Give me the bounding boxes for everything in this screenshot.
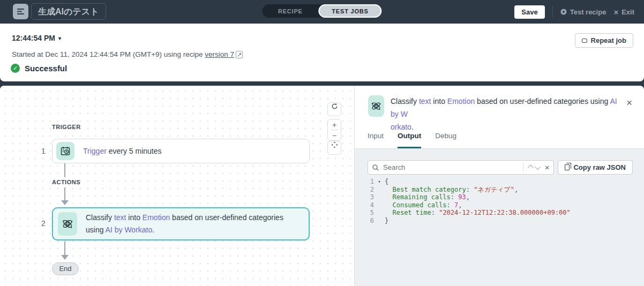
recipe-canvas: TRIGGER 1 Trigger every 5 minutes ACTION… bbox=[0, 86, 355, 286]
tab-debug[interactable]: Debug bbox=[435, 132, 456, 148]
job-started-line: Started at Dec 11, 2024 12:44:54 PM (GMT… bbox=[12, 50, 243, 58]
chevron-up-icon[interactable] bbox=[527, 164, 533, 170]
trigger-step-card[interactable]: Trigger every 5 minutes bbox=[52, 139, 310, 163]
classify-step-card[interactable]: AI Classify text into Emotion based on u… bbox=[52, 207, 310, 240]
main-area: TRIGGER 1 Trigger every 5 minutes ACTION… bbox=[0, 86, 644, 286]
header-divider bbox=[552, 6, 553, 17]
flow-arrowhead bbox=[61, 255, 69, 260]
flow-connector bbox=[64, 242, 65, 256]
search-separator bbox=[523, 163, 523, 172]
job-header-card: 12:44:54 PM ▾ Started at Dec 11, 2024 12… bbox=[0, 24, 644, 81]
flow-arrowhead bbox=[61, 200, 69, 205]
step-number: 2 bbox=[39, 219, 48, 228]
line-number: 6 bbox=[368, 217, 374, 225]
code-line: 2 Best match category: "ネガティブ", bbox=[368, 186, 639, 194]
test-recipe-button[interactable]: Test recipe bbox=[560, 8, 606, 16]
version-link[interactable]: version 7 bbox=[205, 50, 234, 58]
external-link-icon: ↗ bbox=[236, 51, 243, 58]
detail-tabs: Input Output Debug bbox=[355, 132, 644, 149]
fit-view-icon bbox=[331, 141, 338, 148]
code-line: 6} bbox=[368, 217, 639, 225]
reset-view-button[interactable] bbox=[327, 102, 341, 116]
recipe-doc-icon bbox=[13, 4, 28, 19]
trigger-section-label: TRIGGER bbox=[52, 124, 81, 130]
save-button[interactable]: Save bbox=[514, 5, 544, 19]
copy-raw-json-label: Copy raw JSON bbox=[573, 163, 626, 171]
ai-workato-icon: AI bbox=[368, 95, 384, 117]
ai-workato-icon: AI bbox=[58, 212, 77, 236]
classify-step-text: Classify text into Emotion based on user… bbox=[77, 212, 309, 236]
line-number: 1 bbox=[368, 178, 374, 186]
code-text: Best match category: "ネガティブ", bbox=[385, 186, 518, 194]
fold-toggle-icon[interactable]: ▾ bbox=[374, 178, 385, 186]
job-time-dropdown[interactable]: 12:44:54 PM ▾ bbox=[12, 34, 61, 42]
recipe-testjobs-toggle: RECIPE TEST JOBS bbox=[262, 4, 381, 18]
json-output-viewer: 1▾{2 Best match category: "ネガティブ",3 Rema… bbox=[368, 178, 639, 225]
code-text: { bbox=[385, 178, 388, 186]
repeat-job-button[interactable]: Repeat job bbox=[575, 33, 633, 48]
recipe-title[interactable]: 生成AIのテスト bbox=[31, 3, 106, 20]
search-icon bbox=[372, 164, 379, 171]
code-text: Remaining calls: 93, bbox=[385, 193, 470, 201]
code-line: 1▾{ bbox=[368, 178, 639, 186]
tab-output[interactable]: Output bbox=[398, 132, 421, 148]
svg-text:AI: AI bbox=[66, 223, 69, 225]
scheduler-trigger-icon bbox=[56, 142, 74, 160]
search-box: × bbox=[368, 160, 554, 175]
zoom-in-button[interactable]: + bbox=[327, 119, 341, 130]
copy-icon bbox=[565, 164, 570, 170]
tab-recipe[interactable]: RECIPE bbox=[262, 8, 318, 14]
panel-title: Classify text into Emotion based on user… bbox=[391, 95, 621, 133]
repeat-icon bbox=[582, 39, 587, 43]
zoom-out-button[interactable]: − bbox=[327, 130, 341, 140]
job-started-text: Started at Dec 11, 2024 12:44:54 PM (GMT… bbox=[12, 50, 205, 58]
svg-text:AI: AI bbox=[375, 104, 378, 107]
test-recipe-label: Test recipe bbox=[570, 8, 606, 16]
trigger-step-text: Trigger every 5 minutes bbox=[74, 145, 170, 157]
reset-view-icon bbox=[331, 103, 338, 110]
job-status: ✓ Successful bbox=[11, 64, 67, 73]
line-number: 3 bbox=[368, 193, 374, 201]
code-text: Reset time: "2024-12-12T12:22:38.000000+… bbox=[385, 209, 571, 217]
test-recipe-icon bbox=[560, 9, 567, 15]
line-number: 2 bbox=[368, 186, 374, 194]
search-input[interactable] bbox=[383, 163, 519, 171]
search-clear-icon[interactable]: × bbox=[545, 163, 550, 171]
chevron-down-icon: ▾ bbox=[58, 35, 61, 41]
flow-connector bbox=[64, 187, 65, 201]
line-number: 5 bbox=[368, 209, 374, 217]
job-time-label: 12:44:54 PM bbox=[12, 34, 55, 42]
repeat-job-label: Repeat job bbox=[591, 36, 626, 44]
success-check-icon: ✓ bbox=[11, 64, 20, 73]
code-text: Consumed calls: 7, bbox=[385, 201, 462, 209]
output-toolbar: × Copy raw JSON bbox=[368, 160, 633, 175]
status-text: Successful bbox=[25, 64, 67, 73]
step-detail-panel: AI Classify text into Emotion based on u… bbox=[355, 86, 644, 286]
chevron-down-icon[interactable] bbox=[535, 163, 541, 169]
code-line: 3 Remaining calls: 93, bbox=[368, 193, 639, 201]
copy-raw-json-button[interactable]: Copy raw JSON bbox=[558, 160, 633, 175]
code-text: } bbox=[385, 217, 388, 225]
step-number: 1 bbox=[39, 147, 48, 155]
zoom-control: + − bbox=[327, 119, 341, 141]
end-node: End bbox=[52, 262, 79, 275]
fit-view-button[interactable] bbox=[327, 141, 341, 155]
tab-input[interactable]: Input bbox=[368, 132, 384, 148]
exit-label: Exit bbox=[621, 8, 634, 16]
exit-close-icon: × bbox=[613, 8, 618, 16]
top-header: 生成AIのテスト RECIPE TEST JOBS Save Test reci… bbox=[0, 0, 644, 24]
code-line: 4 Consumed calls: 7, bbox=[368, 201, 639, 209]
flow-connector bbox=[64, 163, 65, 177]
code-line: 5 Reset time: "2024-12-12T12:22:38.00000… bbox=[368, 209, 639, 217]
header-actions: Save Test recipe × Exit bbox=[514, 0, 634, 24]
exit-button[interactable]: × Exit bbox=[613, 8, 634, 16]
output-tab-content: × Copy raw JSON 1▾{2 Best match category… bbox=[355, 149, 644, 286]
tab-test-jobs[interactable]: TEST JOBS bbox=[318, 4, 381, 18]
line-number: 4 bbox=[368, 201, 374, 209]
close-icon[interactable]: × bbox=[626, 97, 632, 108]
actions-section-label: ACTIONS bbox=[52, 179, 80, 185]
